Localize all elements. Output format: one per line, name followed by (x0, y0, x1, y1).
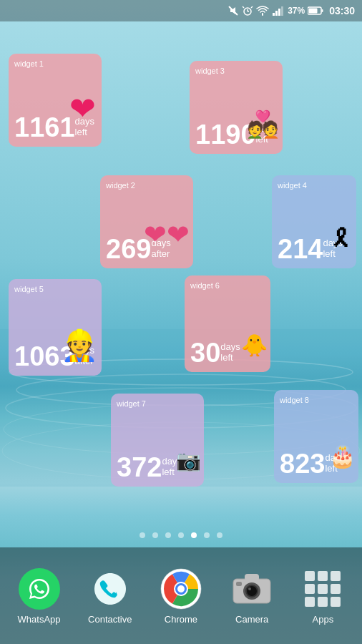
widget-8[interactable]: widget 8 823 daysleft 🎂 (274, 390, 358, 483)
widget-2-label: widget 2 (106, 181, 135, 190)
page-dot-3[interactable] (165, 532, 171, 538)
pregnant-icon: 👷 (61, 328, 98, 363)
svg-rect-12 (273, 13, 275, 16)
svg-rect-14 (278, 9, 280, 16)
chrome-icon-wrapper (160, 567, 202, 610)
contactive-icon (89, 568, 131, 610)
svg-point-29 (247, 586, 257, 596)
widget-5-label: widget 5 (14, 285, 44, 293)
widget-8-number: 823 (280, 450, 325, 477)
wedding-icon: 💑 (247, 109, 279, 140)
widget-6-number: 30 (190, 339, 220, 366)
page-dot-2[interactable] (152, 532, 158, 538)
svg-point-30 (248, 587, 251, 590)
camera-label: Camera (235, 614, 268, 625)
svg-rect-15 (281, 6, 283, 16)
widget-6-label: widget 6 (190, 281, 220, 290)
alarm-icon (242, 5, 253, 16)
widget-4[interactable]: widget 4 214 daysleft 🎗 (272, 175, 356, 268)
signal-icon (272, 6, 285, 16)
widget-7-number: 372 (117, 454, 162, 481)
page-dot-5[interactable] (191, 532, 197, 538)
camera-icon-wrapper (230, 567, 273, 610)
whatsapp-icon (19, 568, 60, 610)
whatsapp-label: WhatsApp (18, 614, 61, 625)
dock-item-contactive[interactable]: Contactive (79, 567, 140, 625)
widget-4-label: widget 4 (278, 181, 307, 190)
apps-dot-6 (331, 584, 341, 594)
widget-4-number: 214 (278, 235, 323, 263)
apps-dot-1 (305, 571, 315, 581)
widget-1-number: 1161 (14, 114, 75, 141)
dock-item-apps[interactable]: Apps (293, 567, 353, 625)
battery-percent: 37% (288, 6, 305, 16)
widget-3[interactable]: widget 3 1190 daysleft 💑 (190, 61, 283, 154)
svg-line-10 (243, 6, 244, 8)
svg-rect-18 (322, 9, 323, 12)
page-dot-6[interactable] (204, 532, 210, 538)
page-dot-4[interactable] (178, 532, 184, 538)
status-time: 03:30 (329, 5, 355, 16)
camera-icon (232, 572, 272, 606)
svg-point-23 (177, 585, 185, 592)
whatsapp-icon-wrapper (18, 567, 61, 610)
heart-icon: ❤ (69, 90, 96, 127)
birthday-cake-icon: 🎂 (329, 444, 356, 469)
page-dot-1[interactable] (140, 532, 145, 538)
baby-toys-icon: 🎗 (329, 225, 353, 253)
contactive-label: Contactive (88, 614, 132, 625)
dock-item-whatsapp[interactable]: WhatsApp (9, 567, 69, 625)
apps-dot-2 (318, 571, 328, 581)
widget-7[interactable]: widget 7 372 daysleft 📷 (111, 394, 204, 487)
dock-item-chrome[interactable]: Chrome (150, 567, 211, 625)
apps-dot-8 (318, 597, 328, 607)
widget-1[interactable]: widget 1 1161 daysleft ❤ (9, 54, 102, 147)
apps-dot-4 (305, 584, 315, 594)
apps-icon-wrapper (301, 567, 344, 610)
apps-grid (305, 571, 341, 607)
status-icons: 37% 03:30 (228, 5, 355, 16)
apps-dot-3 (331, 571, 341, 581)
widget-6-status: daysleft (220, 342, 240, 363)
svg-rect-17 (309, 9, 318, 14)
widget-6[interactable]: widget 6 30 daysleft 🐥 (185, 275, 270, 372)
widget-8-label: widget 8 (280, 396, 309, 404)
apps-label: Apps (313, 614, 334, 625)
widgets-area: widget 1 1161 daysleft ❤ widget 2 269 da… (0, 21, 362, 544)
hearts-icon: ❤❤ (144, 219, 190, 250)
stork-icon: 🐥 (241, 333, 268, 358)
page-indicators (0, 532, 362, 544)
dock-item-camera[interactable]: Camera (222, 567, 283, 625)
contactive-icon-wrapper (89, 567, 132, 610)
svg-line-11 (251, 6, 253, 8)
mute-icon (228, 5, 239, 16)
svg-rect-13 (275, 11, 278, 16)
apps-dot-7 (305, 597, 315, 607)
battery-icon (308, 6, 323, 15)
apps-icon (302, 568, 343, 610)
wifi-icon (256, 6, 269, 16)
widget-7-label: widget 7 (117, 399, 146, 408)
svg-rect-26 (245, 574, 259, 581)
contactive-svg (92, 570, 129, 608)
widget-1-label: widget 1 (14, 59, 44, 68)
page-dot-7[interactable] (217, 532, 222, 538)
status-bar: 37% 03:30 (0, 0, 362, 21)
widget-2[interactable]: widget 2 269 daysafter ❤❤ (100, 175, 193, 268)
svg-rect-31 (236, 582, 242, 586)
widget-3-label: widget 3 (195, 67, 225, 75)
dock: WhatsApp Contactive (0, 547, 362, 644)
apps-dot-5 (318, 584, 328, 594)
baby-photo-icon: 📷 (176, 449, 201, 472)
widget-5[interactable]: widget 5 1063 daysafter 👷 (9, 279, 102, 376)
chrome-label: Chrome (165, 614, 197, 625)
chrome-icon (160, 568, 202, 610)
apps-dot-9 (331, 597, 341, 607)
